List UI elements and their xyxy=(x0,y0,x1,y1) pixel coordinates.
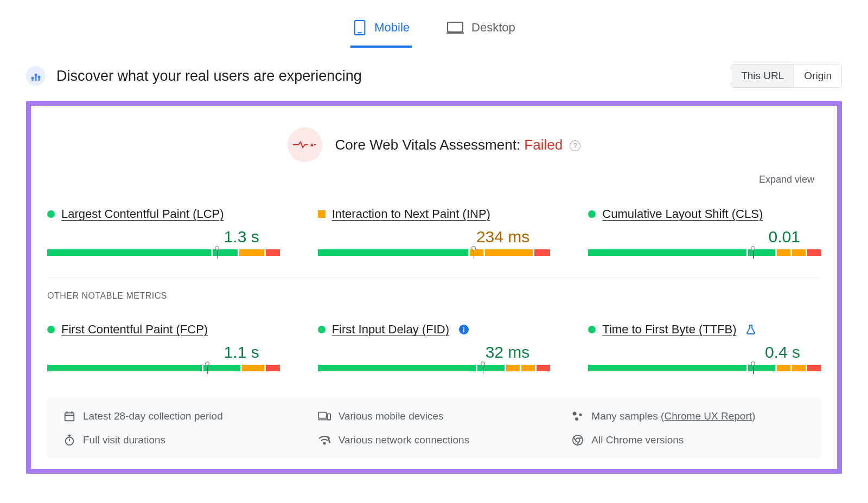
desktop-icon xyxy=(446,21,464,34)
expand-view-link[interactable]: Expand view xyxy=(759,174,814,185)
footer-devices-text: Various mobile devices xyxy=(339,410,444,422)
assessment-text: Core Web Vitals Assessment: Failed ? xyxy=(335,137,581,153)
svg-rect-9 xyxy=(39,77,40,81)
divider xyxy=(47,278,821,278)
toggle-this-url[interactable]: This URL xyxy=(731,65,794,87)
metric-ttfb-value: 0.4 s xyxy=(588,337,821,365)
metric-cls: Cumulative Layout Shift (CLS) 0.01 xyxy=(588,207,821,259)
help-icon[interactable]: ? xyxy=(570,140,580,151)
footer-network-text: Various network connections xyxy=(339,434,470,446)
svg-point-21 xyxy=(575,417,578,421)
svg-point-26 xyxy=(323,443,325,444)
footer-chrome: All Chrome versions xyxy=(572,434,805,446)
metric-fid-value: 32 ms xyxy=(318,337,551,365)
metric-fcp-bar xyxy=(47,365,280,375)
page-title: Discover what your real users are experi… xyxy=(56,68,362,85)
metric-ttfb-bar xyxy=(588,365,821,375)
metric-lcp-value: 1.3 s xyxy=(47,221,280,249)
chrome-icon xyxy=(572,434,584,446)
metric-fid-name[interactable]: First Input Delay (FID) xyxy=(332,323,449,337)
svg-rect-2 xyxy=(448,22,463,32)
footer-chrome-text: All Chrome versions xyxy=(591,434,684,446)
metric-ttfb-name[interactable]: Time to First Byte (TTFB) xyxy=(602,323,736,337)
toggle-origin[interactable]: Origin xyxy=(794,65,841,87)
status-dot-good-icon xyxy=(318,326,326,333)
devices-icon xyxy=(318,411,331,422)
metric-lcp-name[interactable]: Largest Contentful Paint (LCP) xyxy=(61,207,224,221)
scope-toggle: This URL Origin xyxy=(731,64,842,88)
footer-samples: Many samples (Chrome UX Report) xyxy=(572,410,805,422)
assessment-status: Failed xyxy=(524,137,563,153)
tab-mobile[interactable]: Mobile xyxy=(350,13,412,48)
svg-marker-10 xyxy=(310,143,314,146)
calendar-icon xyxy=(63,410,75,422)
assessment-row: Core Web Vitals Assessment: Failed ? xyxy=(47,127,821,162)
footer-durations-text: Full visit durations xyxy=(83,434,165,446)
other-metrics-label: OTHER NOTABLE METRICS xyxy=(47,291,821,301)
metric-ttfb: Time to First Byte (TTFB) 0.4 s xyxy=(588,323,821,375)
footer-samples-link[interactable]: Chrome UX Report xyxy=(664,410,752,422)
header-row: Discover what your real users are experi… xyxy=(0,48,868,95)
tab-mobile-label: Mobile xyxy=(374,21,410,35)
metric-cls-bar xyxy=(588,249,821,259)
metric-fcp-value: 1.1 s xyxy=(47,337,280,365)
metric-fcp-name[interactable]: First Contentful Paint (FCP) xyxy=(61,323,208,337)
svg-rect-18 xyxy=(327,414,330,420)
mobile-icon xyxy=(353,20,367,36)
device-tabs: Mobile Desktop xyxy=(0,0,868,48)
svg-point-19 xyxy=(573,412,577,416)
expand-row: Expand view xyxy=(47,174,821,185)
vitals-card: Core Web Vitals Assessment: Failed ? Exp… xyxy=(26,101,842,474)
svg-point-20 xyxy=(579,414,582,416)
status-square-warn-icon xyxy=(318,210,326,218)
core-metrics: Largest Contentful Paint (LCP) 1.3 s Int… xyxy=(47,207,821,259)
metric-cls-value: 0.01 xyxy=(588,221,821,249)
footer-network: Various network connections xyxy=(318,434,551,446)
crux-badge-icon xyxy=(26,66,46,86)
status-dot-good-icon xyxy=(588,326,596,333)
tab-desktop-label: Desktop xyxy=(471,21,515,35)
metric-fid-bar xyxy=(318,365,551,375)
footer-period: Latest 28-day collection period xyxy=(63,410,296,422)
metric-lcp: Largest Contentful Paint (LCP) 1.3 s xyxy=(47,207,280,259)
metric-fcp: First Contentful Paint (FCP) 1.1 s xyxy=(47,323,280,375)
status-dot-good-icon xyxy=(588,210,596,218)
metric-inp-name[interactable]: Interaction to Next Paint (INP) xyxy=(332,207,490,221)
flask-icon[interactable] xyxy=(746,325,756,334)
svg-rect-8 xyxy=(35,75,37,81)
metric-lcp-bar xyxy=(47,249,280,259)
stopwatch-icon xyxy=(63,434,75,446)
status-dot-good-icon xyxy=(47,326,55,333)
samples-icon xyxy=(572,411,584,422)
wifi-icon xyxy=(318,435,331,445)
footer-durations: Full visit durations xyxy=(63,434,296,446)
status-dot-good-icon xyxy=(47,210,55,218)
svg-rect-7 xyxy=(32,78,34,81)
metric-cls-name[interactable]: Cumulative Layout Shift (CLS) xyxy=(602,207,763,221)
tab-desktop[interactable]: Desktop xyxy=(444,14,518,47)
info-icon[interactable]: i xyxy=(459,325,469,334)
footer-samples-prefix: Many samples ( xyxy=(591,410,664,422)
pulse-icon xyxy=(288,127,322,162)
svg-rect-16 xyxy=(318,412,327,418)
metric-inp-bar xyxy=(318,249,551,259)
header-left: Discover what your real users are experi… xyxy=(26,66,362,86)
footer-devices: Various mobile devices xyxy=(318,410,551,422)
svg-rect-12 xyxy=(65,413,74,421)
other-metrics: First Contentful Paint (FCP) 1.1 s First… xyxy=(47,323,821,375)
metric-inp: Interaction to Next Paint (INP) 234 ms xyxy=(318,207,551,259)
info-footer: Latest 28-day collection period Various … xyxy=(47,398,821,458)
svg-point-22 xyxy=(66,437,74,446)
metric-inp-value: 234 ms xyxy=(318,221,551,249)
footer-period-text: Latest 28-day collection period xyxy=(83,410,223,422)
footer-samples-suffix: ) xyxy=(752,410,755,422)
assessment-prefix: Core Web Vitals Assessment: xyxy=(335,137,525,153)
metric-fid: First Input Delay (FID) i 32 ms xyxy=(318,323,551,375)
